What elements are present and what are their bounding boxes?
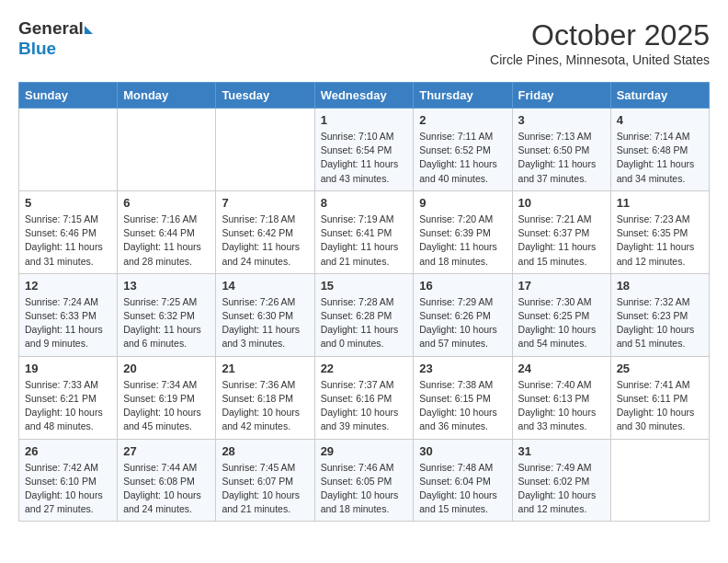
day-info: Sunrise: 7:10 AM Sunset: 6:54 PM Dayligh…	[321, 130, 408, 186]
day-cell: 11Sunrise: 7:23 AM Sunset: 6:35 PM Dayli…	[610, 190, 709, 273]
logo-triangle-icon	[85, 26, 93, 34]
day-number: 21	[222, 362, 308, 375]
title-block: October 2025 Circle Pines, Minnesota, Un…	[490, 18, 710, 67]
day-cell: 25Sunrise: 7:41 AM Sunset: 6:11 PM Dayli…	[610, 356, 709, 439]
day-cell: 15Sunrise: 7:28 AM Sunset: 6:28 PM Dayli…	[314, 273, 414, 356]
day-number: 6	[123, 196, 210, 210]
day-number: 10	[518, 196, 605, 210]
day-info: Sunrise: 7:11 AM Sunset: 6:52 PM Dayligh…	[419, 130, 506, 186]
day-cell: 18Sunrise: 7:32 AM Sunset: 6:23 PM Dayli…	[610, 273, 709, 356]
weekday-header-row: SundayMondayTuesdayWednesdayThursdayFrid…	[19, 83, 710, 109]
day-number: 23	[419, 362, 506, 375]
day-number: 28	[222, 444, 308, 458]
day-cell	[19, 109, 118, 191]
day-cell: 12Sunrise: 7:24 AM Sunset: 6:33 PM Dayli…	[19, 273, 118, 356]
day-info: Sunrise: 7:18 AM Sunset: 6:42 PM Dayligh…	[222, 213, 308, 269]
day-number: 2	[419, 113, 506, 127]
day-info: Sunrise: 7:15 AM Sunset: 6:46 PM Dayligh…	[25, 213, 111, 269]
day-cell: 14Sunrise: 7:26 AM Sunset: 6:30 PM Dayli…	[216, 273, 314, 356]
weekday-header-wednesday: Wednesday	[314, 83, 414, 109]
day-info: Sunrise: 7:45 AM Sunset: 6:07 PM Dayligh…	[222, 461, 308, 517]
day-number: 1	[321, 113, 408, 127]
day-info: Sunrise: 7:40 AM Sunset: 6:13 PM Dayligh…	[518, 378, 605, 434]
day-info: Sunrise: 7:21 AM Sunset: 6:37 PM Dayligh…	[518, 213, 605, 269]
day-number: 16	[419, 279, 506, 293]
day-info: Sunrise: 7:30 AM Sunset: 6:25 PM Dayligh…	[518, 295, 605, 351]
day-number: 19	[25, 362, 111, 375]
calendar-table: SundayMondayTuesdayWednesdayThursdayFrid…	[18, 82, 710, 522]
logo: General Blue	[18, 18, 93, 59]
week-row-5: 26Sunrise: 7:42 AM Sunset: 6:10 PM Dayli…	[19, 439, 710, 522]
day-cell: 22Sunrise: 7:37 AM Sunset: 6:16 PM Dayli…	[314, 356, 414, 439]
weekday-header-friday: Friday	[512, 83, 610, 109]
day-number: 7	[222, 196, 308, 210]
day-cell: 20Sunrise: 7:34 AM Sunset: 6:19 PM Dayli…	[118, 356, 216, 439]
logo-blue: Blue	[18, 39, 56, 59]
day-info: Sunrise: 7:19 AM Sunset: 6:41 PM Dayligh…	[321, 213, 408, 269]
day-cell: 29Sunrise: 7:46 AM Sunset: 6:05 PM Dayli…	[314, 439, 414, 522]
day-info: Sunrise: 7:33 AM Sunset: 6:21 PM Dayligh…	[25, 378, 111, 434]
day-cell: 27Sunrise: 7:44 AM Sunset: 6:08 PM Dayli…	[118, 439, 216, 522]
day-cell: 24Sunrise: 7:40 AM Sunset: 6:13 PM Dayli…	[512, 356, 610, 439]
day-info: Sunrise: 7:34 AM Sunset: 6:19 PM Dayligh…	[123, 378, 210, 434]
day-cell: 1Sunrise: 7:10 AM Sunset: 6:54 PM Daylig…	[314, 109, 414, 191]
day-cell: 28Sunrise: 7:45 AM Sunset: 6:07 PM Dayli…	[216, 439, 314, 522]
day-info: Sunrise: 7:13 AM Sunset: 6:50 PM Dayligh…	[518, 130, 605, 186]
day-cell: 7Sunrise: 7:18 AM Sunset: 6:42 PM Daylig…	[216, 190, 314, 273]
month-title: October 2025	[490, 18, 710, 52]
day-info: Sunrise: 7:26 AM Sunset: 6:30 PM Dayligh…	[222, 295, 308, 351]
day-info: Sunrise: 7:42 AM Sunset: 6:10 PM Dayligh…	[25, 461, 111, 517]
day-number: 11	[617, 196, 703, 210]
day-number: 20	[123, 362, 210, 375]
day-cell: 16Sunrise: 7:29 AM Sunset: 6:26 PM Dayli…	[414, 273, 512, 356]
weekday-header-sunday: Sunday	[19, 83, 118, 109]
day-cell: 4Sunrise: 7:14 AM Sunset: 6:48 PM Daylig…	[610, 109, 709, 191]
day-cell: 3Sunrise: 7:13 AM Sunset: 6:50 PM Daylig…	[512, 109, 610, 191]
day-number: 4	[617, 113, 703, 127]
day-info: Sunrise: 7:16 AM Sunset: 6:44 PM Dayligh…	[123, 213, 210, 269]
day-info: Sunrise: 7:41 AM Sunset: 6:11 PM Dayligh…	[617, 378, 703, 434]
day-cell: 21Sunrise: 7:36 AM Sunset: 6:18 PM Dayli…	[216, 356, 314, 439]
day-info: Sunrise: 7:48 AM Sunset: 6:04 PM Dayligh…	[419, 461, 506, 517]
weekday-header-monday: Monday	[118, 83, 216, 109]
day-number: 13	[123, 279, 210, 293]
location: Circle Pines, Minnesota, United States	[490, 52, 710, 67]
day-cell: 6Sunrise: 7:16 AM Sunset: 6:44 PM Daylig…	[118, 190, 216, 273]
day-info: Sunrise: 7:23 AM Sunset: 6:35 PM Dayligh…	[617, 213, 703, 269]
day-number: 24	[518, 362, 605, 375]
day-number: 30	[419, 444, 506, 458]
weekday-header-thursday: Thursday	[414, 83, 512, 109]
day-cell: 8Sunrise: 7:19 AM Sunset: 6:41 PM Daylig…	[314, 190, 414, 273]
day-info: Sunrise: 7:44 AM Sunset: 6:08 PM Dayligh…	[123, 461, 210, 517]
day-number: 14	[222, 279, 308, 293]
day-cell: 9Sunrise: 7:20 AM Sunset: 6:39 PM Daylig…	[414, 190, 512, 273]
day-info: Sunrise: 7:36 AM Sunset: 6:18 PM Dayligh…	[222, 378, 308, 434]
day-info: Sunrise: 7:14 AM Sunset: 6:48 PM Dayligh…	[617, 130, 703, 186]
day-cell: 30Sunrise: 7:48 AM Sunset: 6:04 PM Dayli…	[414, 439, 512, 522]
day-info: Sunrise: 7:24 AM Sunset: 6:33 PM Dayligh…	[25, 295, 111, 351]
day-number: 15	[321, 279, 408, 293]
day-info: Sunrise: 7:20 AM Sunset: 6:39 PM Dayligh…	[419, 213, 506, 269]
day-info: Sunrise: 7:37 AM Sunset: 6:16 PM Dayligh…	[321, 378, 408, 434]
week-row-1: 1Sunrise: 7:10 AM Sunset: 6:54 PM Daylig…	[19, 109, 710, 191]
day-cell: 17Sunrise: 7:30 AM Sunset: 6:25 PM Dayli…	[512, 273, 610, 356]
weekday-header-saturday: Saturday	[610, 83, 709, 109]
day-info: Sunrise: 7:46 AM Sunset: 6:05 PM Dayligh…	[321, 461, 408, 517]
day-cell: 23Sunrise: 7:38 AM Sunset: 6:15 PM Dayli…	[414, 356, 512, 439]
day-cell: 19Sunrise: 7:33 AM Sunset: 6:21 PM Dayli…	[19, 356, 118, 439]
day-number: 25	[617, 362, 703, 375]
day-cell: 2Sunrise: 7:11 AM Sunset: 6:52 PM Daylig…	[414, 109, 512, 191]
week-row-4: 19Sunrise: 7:33 AM Sunset: 6:21 PM Dayli…	[19, 356, 710, 439]
day-cell	[118, 109, 216, 191]
day-number: 9	[419, 196, 506, 210]
day-number: 17	[518, 279, 605, 293]
day-number: 26	[25, 444, 111, 458]
day-number: 3	[518, 113, 605, 127]
day-cell	[216, 109, 314, 191]
day-cell: 26Sunrise: 7:42 AM Sunset: 6:10 PM Dayli…	[19, 439, 118, 522]
week-row-3: 12Sunrise: 7:24 AM Sunset: 6:33 PM Dayli…	[19, 273, 710, 356]
day-number: 27	[123, 444, 210, 458]
day-info: Sunrise: 7:32 AM Sunset: 6:23 PM Dayligh…	[617, 295, 703, 351]
day-info: Sunrise: 7:49 AM Sunset: 6:02 PM Dayligh…	[518, 461, 605, 517]
day-number: 22	[321, 362, 408, 375]
